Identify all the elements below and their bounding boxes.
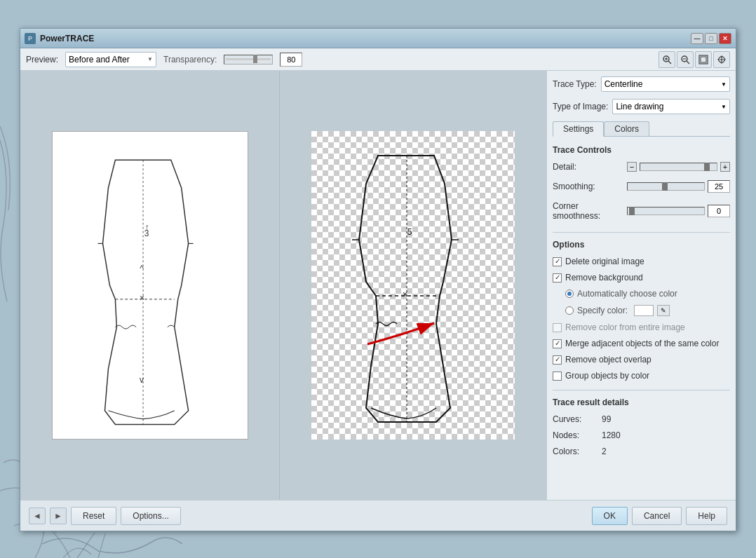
trace-type-label: Trace Type:	[553, 79, 597, 89]
detail-control-row: Detail: − +	[553, 162, 730, 172]
nodes-value: 1280	[602, 430, 621, 440]
delete-original-label: Delete original image	[565, 257, 644, 266]
toolbar: Preview: Before and After ▼ Transparency…	[20, 48, 736, 71]
trace-controls-title: Trace Controls	[553, 145, 730, 155]
remove-color-image-checkbox[interactable]	[553, 323, 562, 332]
ok-button[interactable]: OK	[592, 507, 628, 525]
smoothing-label: Smoothing:	[553, 182, 623, 191]
svg-line-6	[687, 61, 689, 64]
group-objects-checkbox[interactable]	[553, 372, 562, 381]
corner-smoothness-slider[interactable]	[627, 207, 705, 215]
type-of-image-row: Type of Image: Line drawing ▼	[553, 99, 730, 114]
tab-colors[interactable]: Colors	[604, 121, 649, 136]
before-panel: 3 ↑ × v ^	[20, 71, 280, 500]
smoothing-control-row: Smoothing: 25	[553, 180, 730, 193]
preview-dropdown-value: Before and After	[69, 55, 130, 64]
colors-row: Colors: 2	[553, 447, 730, 456]
svg-text:^: ^	[140, 264, 144, 273]
detail-slider[interactable]	[640, 163, 717, 171]
app-icon: P	[25, 33, 36, 44]
remove-overlap-row: Remove object overlap	[553, 355, 730, 365]
auto-choose-color-row: Automatically choose color	[553, 289, 730, 299]
delete-original-checkbox[interactable]	[553, 257, 562, 266]
main-content: 3 ↑ × v ^	[20, 71, 736, 500]
back-button[interactable]: ◄	[29, 508, 46, 524]
smoothing-value[interactable]: 25	[708, 180, 730, 193]
bottom-bar: ◄ ► Reset Options... OK Cancel Help	[20, 500, 736, 531]
remove-overlap-label: Remove object overlap	[565, 355, 652, 365]
svg-rect-9	[701, 57, 706, 62]
detail-slider-container: − +	[627, 162, 730, 172]
help-button[interactable]: Help	[686, 507, 727, 525]
remove-color-image-row: Remove color from entire image	[553, 322, 730, 332]
type-of-image-dropdown[interactable]: Line drawing ▼	[612, 99, 730, 114]
title-bar-left: P PowerTRACE	[25, 33, 94, 44]
trace-type-arrow: ▼	[721, 81, 727, 88]
type-of-image-label: Type of Image:	[553, 102, 608, 111]
fit-page-button[interactable]	[695, 51, 712, 68]
curves-value: 99	[602, 414, 611, 424]
delete-original-row: Delete original image	[553, 257, 730, 266]
colors-value: 2	[602, 447, 607, 456]
options-button[interactable]: Options...	[121, 507, 180, 525]
cancel-button[interactable]: Cancel	[632, 507, 682, 525]
type-of-image-value: Line drawing	[616, 102, 663, 111]
preview-label: Preview:	[26, 55, 58, 64]
colors-label: Colors:	[553, 447, 602, 456]
divider2	[553, 390, 730, 390]
reset-button[interactable]: Reset	[71, 507, 116, 525]
remove-background-label: Remove background	[565, 273, 643, 283]
close-button[interactable]: ✕	[719, 33, 731, 44]
options-title: Options	[553, 240, 730, 250]
red-arrow-annotation	[364, 313, 448, 350]
detail-plus-button[interactable]: +	[720, 162, 730, 172]
remove-background-checkbox[interactable]	[553, 273, 562, 283]
merge-adjacent-row: Merge adjacent objects of the same color	[553, 339, 730, 348]
svg-text:v: v	[140, 375, 144, 385]
svg-line-0	[77, 533, 95, 558]
tab-settings[interactable]: Settings	[553, 121, 604, 137]
before-image-container: 3 ↑ × v ^	[52, 131, 248, 440]
specify-color-row: Specify color: ✎	[553, 305, 730, 316]
type-of-image-arrow: ▼	[721, 104, 727, 110]
svg-text:5: 5	[407, 227, 412, 237]
title-bar: P PowerTRACE — □ ✕	[20, 29, 736, 48]
settings-tabs: Settings Colors	[553, 121, 730, 137]
zoom-in-button[interactable]	[659, 51, 675, 68]
forward-button[interactable]: ►	[50, 508, 67, 524]
svg-text:↑: ↑	[145, 222, 149, 232]
minimize-button[interactable]: —	[691, 33, 703, 44]
transparency-slider[interactable]	[224, 55, 273, 64]
svg-text:×: ×	[403, 290, 407, 299]
color-pick-button[interactable]: ✎	[657, 305, 670, 316]
corner-smoothness-row: Corner smoothness: 0	[553, 201, 730, 221]
specify-color-radio[interactable]	[565, 306, 574, 315]
maximize-button[interactable]: □	[705, 33, 717, 44]
auto-choose-color-radio[interactable]	[565, 290, 574, 298]
zoom-out-button[interactable]	[677, 51, 694, 68]
preview-dropdown-arrow: ▼	[147, 56, 153, 62]
color-swatch[interactable]	[634, 305, 654, 316]
powertrace-dialog: P PowerTRACE — □ ✕ Preview: Before and A…	[20, 28, 736, 531]
transparency-value[interactable]: 80	[280, 53, 302, 67]
svg-rect-10	[53, 132, 248, 439]
pan-button[interactable]	[713, 51, 730, 68]
preview-dropdown[interactable]: Before and After ▼	[65, 52, 156, 67]
merge-adjacent-label: Merge adjacent objects of the same color	[565, 339, 719, 348]
title-controls: — □ ✕	[691, 33, 731, 44]
specify-color-label: Specify color:	[577, 306, 628, 315]
trace-type-dropdown[interactable]: Centerline ▼	[601, 76, 730, 92]
remove-background-row: Remove background	[553, 273, 730, 283]
merge-adjacent-checkbox[interactable]	[553, 339, 562, 348]
smoothing-slider[interactable]	[627, 182, 705, 191]
trace-result-title: Trace result details	[553, 397, 730, 407]
trace-type-row: Trace Type: Centerline ▼	[553, 76, 730, 92]
group-objects-row: Group objects by color	[553, 371, 730, 381]
after-panel: × 5	[280, 71, 546, 500]
nodes-label: Nodes:	[553, 430, 602, 440]
detail-minus-button[interactable]: −	[627, 162, 637, 172]
remove-overlap-checkbox[interactable]	[553, 355, 562, 365]
corner-smoothness-value[interactable]: 0	[708, 205, 730, 217]
preview-area: 3 ↑ × v ^	[20, 71, 546, 500]
svg-text:×: ×	[140, 293, 144, 303]
